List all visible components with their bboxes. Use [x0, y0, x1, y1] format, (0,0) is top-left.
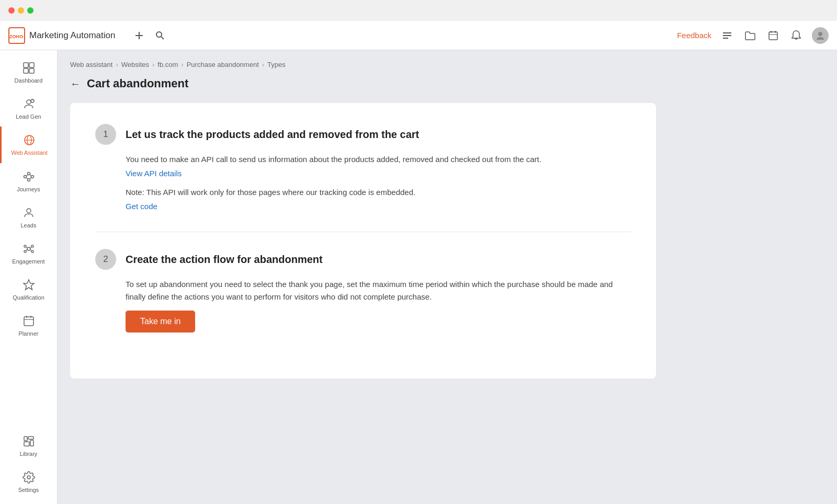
app-bar-right: Feedback: [677, 27, 829, 44]
avatar[interactable]: [812, 27, 829, 44]
sidebar-item-web-assistant[interactable]: Web Assistant: [0, 127, 57, 163]
window-controls: [8, 7, 33, 14]
qualification-icon: [21, 278, 36, 292]
svg-line-29: [30, 178, 31, 179]
sidebar-label-web-assistant: Web Assistant: [11, 150, 48, 156]
app-bar-actions: [132, 28, 167, 43]
zoho-logo-icon: ZOHO: [8, 27, 25, 44]
step-1-title: Let us track the products added and remo…: [126, 129, 419, 141]
sidebar-item-library[interactable]: Library: [0, 428, 57, 464]
svg-point-35: [24, 250, 26, 253]
step-1-section: 1 Let us track the products added and re…: [95, 124, 631, 211]
svg-point-23: [24, 175, 26, 178]
minimize-button[interactable]: [18, 7, 24, 14]
get-code-link[interactable]: Get code: [126, 202, 631, 211]
main-layout: Dashboard Lead Gen Web Assistant Journey…: [0, 50, 837, 504]
svg-point-17: [27, 100, 31, 104]
svg-rect-42: [24, 317, 33, 326]
sidebar-label-engagement: Engagement: [12, 258, 44, 265]
search-button[interactable]: [153, 28, 167, 43]
app-title: Marketing Automation: [29, 30, 115, 41]
breadcrumb-purchase-abandonment[interactable]: Purchase abandonment: [187, 61, 259, 68]
sidebar-label-qualification: Qualification: [13, 294, 44, 301]
step-1-body: You need to make an API call to send us …: [95, 153, 631, 211]
sidebar-item-journeys[interactable]: Journeys: [0, 163, 57, 199]
svg-rect-47: [28, 437, 33, 439]
svg-point-26: [27, 178, 30, 181]
svg-rect-46: [24, 437, 27, 441]
sidebar-label-settings: Settings: [18, 487, 39, 494]
breadcrumb-websites[interactable]: Websites: [121, 61, 149, 68]
list-icon[interactable]: [720, 28, 734, 43]
svg-line-39: [26, 249, 27, 251]
step-1-header: 1 Let us track the products added and re…: [95, 124, 631, 145]
step-1-note: Note: This API will work only for those …: [126, 186, 631, 199]
close-button[interactable]: [8, 7, 15, 14]
svg-point-31: [27, 209, 31, 213]
sidebar-label-library: Library: [20, 451, 38, 457]
svg-line-30: [26, 178, 28, 179]
maximize-button[interactable]: [27, 7, 33, 14]
breadcrumb-sep-1: ›: [116, 61, 118, 68]
page-header: ← Cart abandonment: [70, 77, 824, 90]
feedback-button[interactable]: Feedback: [677, 31, 711, 40]
app-bar: ZOHO Marketing Automation Feedback: [0, 21, 837, 50]
app-logo: ZOHO Marketing Automation: [8, 27, 115, 44]
svg-line-4: [161, 37, 164, 39]
breadcrumb-sep-2: ›: [152, 61, 154, 68]
step-2-number: 2: [95, 249, 116, 270]
svg-rect-5: [723, 32, 731, 33]
svg-rect-15: [24, 68, 28, 73]
step-2-desc: To set up abandonment you need to select…: [126, 278, 631, 303]
step-2-section: 2 Create the action flow for abandonment…: [95, 249, 631, 333]
svg-marker-41: [24, 280, 34, 290]
title-bar: [0, 0, 837, 21]
sidebar-item-lead-gen[interactable]: Lead Gen: [0, 90, 57, 127]
svg-point-50: [27, 476, 30, 479]
view-api-details-link[interactable]: View API details: [126, 169, 631, 178]
sidebar-label-lead-gen: Lead Gen: [16, 113, 41, 120]
calendar-icon[interactable]: [766, 28, 781, 43]
sidebar-item-leads[interactable]: Leads: [0, 199, 57, 235]
svg-line-28: [30, 175, 31, 176]
sidebar-item-dashboard[interactable]: Dashboard: [0, 54, 57, 90]
svg-line-27: [26, 175, 28, 176]
sidebar-label-dashboard: Dashboard: [15, 77, 43, 84]
svg-point-33: [24, 245, 26, 247]
svg-line-38: [30, 247, 31, 248]
svg-line-40: [30, 249, 31, 251]
sidebar-item-planner[interactable]: Planner: [0, 307, 57, 343]
add-button[interactable]: [132, 28, 146, 43]
page-title: Cart abandonment: [87, 77, 188, 90]
breadcrumb-web-assistant[interactable]: Web assistant: [70, 61, 112, 68]
notification-icon[interactable]: [789, 28, 804, 43]
sidebar-item-qualification[interactable]: Qualification: [0, 271, 57, 307]
svg-rect-7: [723, 38, 728, 39]
svg-rect-14: [29, 63, 34, 67]
sidebar-item-engagement[interactable]: Engagement: [0, 235, 57, 271]
engagement-icon: [21, 242, 36, 256]
svg-rect-16: [29, 68, 34, 73]
step-1-number: 1: [95, 124, 116, 145]
svg-rect-6: [723, 35, 731, 36]
take-me-in-button[interactable]: Take me in: [126, 311, 195, 333]
breadcrumb-sep-3: ›: [181, 61, 183, 68]
sidebar-bottom: Library Settings: [0, 428, 57, 500]
svg-point-3: [156, 32, 162, 37]
sidebar-item-settings[interactable]: Settings: [0, 464, 57, 500]
settings-icon: [21, 470, 36, 485]
step-1-desc: You need to make an API call to send us …: [126, 153, 631, 166]
library-icon: [21, 434, 36, 449]
step-2-header: 2 Create the action flow for abandonment: [95, 249, 631, 270]
back-button[interactable]: ←: [70, 78, 81, 90]
svg-point-24: [27, 172, 30, 175]
dashboard-icon: [21, 61, 36, 75]
folder-icon[interactable]: [743, 28, 757, 43]
svg-point-34: [31, 245, 33, 247]
breadcrumb-types: Types: [267, 61, 286, 68]
step-2-body: To set up abandonment you need to select…: [95, 278, 631, 333]
planner-icon: [21, 314, 36, 328]
breadcrumb: Web assistant › Websites › fb.com › Purc…: [70, 61, 824, 68]
svg-point-36: [31, 250, 33, 253]
breadcrumb-fbcom[interactable]: fb.com: [157, 61, 178, 68]
